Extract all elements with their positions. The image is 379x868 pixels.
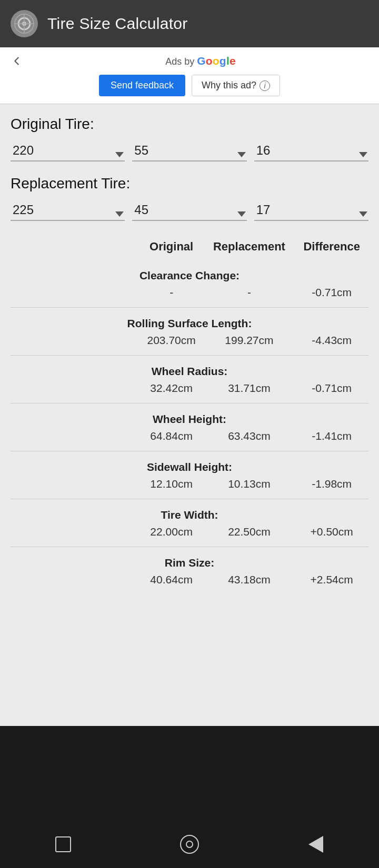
app-title: Tire Size Calculator: [47, 15, 188, 33]
metric-name: Sidewall Height:: [11, 451, 368, 476]
metric-original-value: 64.84cm: [139, 428, 204, 451]
table-row: Wheel Height:: [11, 403, 368, 428]
home-icon: [180, 835, 199, 854]
table-row: Rim Size:: [11, 547, 368, 572]
metric-label-empty: [11, 332, 139, 356]
metric-replacement-value: 63.43cm: [203, 428, 295, 451]
metric-label-empty: [11, 428, 139, 451]
col-header-difference: Difference: [295, 235, 368, 260]
metric-name: Wheel Height:: [11, 403, 368, 428]
why-this-ad-button[interactable]: Why this ad? i: [192, 75, 280, 96]
original-rim-select[interactable]: 16 17 18: [254, 140, 368, 162]
info-icon: i: [260, 80, 270, 91]
table-row: 203.70cm 199.27cm -4.43cm: [11, 332, 368, 356]
col-header-replacement: Replacement: [203, 235, 295, 260]
metric-original-value: 203.70cm: [139, 332, 204, 356]
metric-name: Clearance Change:: [11, 260, 368, 284]
home-icon-inner: [186, 841, 193, 848]
bottom-spacer: [0, 726, 379, 821]
replacement-aspect-wrapper[interactable]: 45 50 55: [132, 199, 246, 221]
original-width-wrapper[interactable]: 220 215 225: [11, 140, 125, 162]
metric-original-value: 12.10cm: [139, 476, 204, 499]
col-header-original: Original: [139, 235, 204, 260]
metric-name: Tire Width:: [11, 499, 368, 524]
table-row: 22.00cm 22.50cm +0.50cm: [11, 523, 368, 547]
metric-original-value: 40.64cm: [139, 571, 204, 594]
table-row: Clearance Change:: [11, 260, 368, 284]
original-width-select[interactable]: 220 215 225: [11, 140, 125, 162]
ad-banner: Ads by Google Send feedback Why this ad?…: [0, 47, 379, 104]
replacement-width-wrapper[interactable]: 225 215 220: [11, 199, 125, 221]
original-rim-wrapper[interactable]: 16 17 18: [254, 140, 368, 162]
metric-original-value: -: [139, 284, 204, 308]
metric-label-empty: [11, 284, 139, 308]
metric-replacement-value: 10.13cm: [203, 476, 295, 499]
original-aspect-select[interactable]: 55 45 50: [132, 140, 246, 162]
original-tire-section: Original Tire: 220 215 225 55 45 50: [11, 116, 368, 162]
table-row: Wheel Radius:: [11, 356, 368, 380]
nav-home-button[interactable]: [176, 831, 203, 858]
metric-replacement-value: 199.27cm: [203, 332, 295, 356]
results-table: Original Replacement Difference Clearanc…: [11, 235, 368, 594]
replacement-rim-wrapper[interactable]: 17 16 18: [254, 199, 368, 221]
metric-label-empty: [11, 380, 139, 403]
app-icon: [11, 10, 38, 37]
recent-icon: [55, 836, 71, 852]
metric-difference-value: -4.43cm: [295, 332, 368, 356]
metric-name: Wheel Radius:: [11, 356, 368, 380]
metric-label-empty: [11, 523, 139, 547]
metric-name: Rolling Surface Length:: [11, 308, 368, 332]
table-row: 32.42cm 31.71cm -0.71cm: [11, 380, 368, 403]
replacement-aspect-select[interactable]: 45 50 55: [132, 199, 246, 221]
metric-original-value: 32.42cm: [139, 380, 204, 403]
table-row: 12.10cm 10.13cm -1.98cm: [11, 476, 368, 499]
table-header-row: Original Replacement Difference: [11, 235, 368, 260]
table-row: 64.84cm 63.43cm -1.41cm: [11, 428, 368, 451]
back-icon: [308, 836, 323, 853]
send-feedback-button[interactable]: Send feedback: [99, 75, 185, 96]
replacement-tire-row: 225 215 220 45 50 55 17 16 18: [11, 199, 368, 221]
metric-replacement-value: 31.71cm: [203, 380, 295, 403]
original-tire-row: 220 215 225 55 45 50 16 17 18: [11, 140, 368, 162]
main-content: Original Tire: 220 215 225 55 45 50: [0, 104, 379, 726]
metric-replacement-value: 43.18cm: [203, 571, 295, 594]
metric-replacement-value: -: [203, 284, 295, 308]
metric-label-empty: [11, 571, 139, 594]
metric-label-empty: [11, 476, 139, 499]
metric-difference-value: -0.71cm: [295, 284, 368, 308]
original-tire-label: Original Tire:: [11, 116, 368, 133]
metric-difference-value: +0.50cm: [295, 523, 368, 547]
replacement-tire-label: Replacement Tire:: [11, 175, 368, 192]
table-row: Rolling Surface Length:: [11, 308, 368, 332]
nav-recent-button[interactable]: [49, 831, 77, 858]
nav-bar: [0, 821, 379, 868]
metric-difference-value: -0.71cm: [295, 380, 368, 403]
original-aspect-wrapper[interactable]: 55 45 50: [132, 140, 246, 162]
metric-difference-value: +2.54cm: [295, 571, 368, 594]
col-header-empty: [11, 235, 139, 260]
table-row: Sidewall Height:: [11, 451, 368, 476]
metric-name: Rim Size:: [11, 547, 368, 572]
replacement-rim-select[interactable]: 17 16 18: [254, 199, 368, 221]
metric-original-value: 22.00cm: [139, 523, 204, 547]
ads-by-google: Ads by Google: [31, 55, 371, 67]
replacement-tire-section: Replacement Tire: 225 215 220 45 50 55: [11, 175, 368, 221]
metric-replacement-value: 22.50cm: [203, 523, 295, 547]
metric-difference-value: -1.98cm: [295, 476, 368, 499]
nav-back-button[interactable]: [302, 831, 330, 858]
ad-back-button[interactable]: [8, 53, 25, 69]
app-bar: Tire Size Calculator: [0, 0, 379, 47]
table-row: 40.64cm 43.18cm +2.54cm: [11, 571, 368, 594]
metric-difference-value: -1.41cm: [295, 428, 368, 451]
replacement-width-select[interactable]: 225 215 220: [11, 199, 125, 221]
table-row: Tire Width:: [11, 499, 368, 524]
table-row: - - -0.71cm: [11, 284, 368, 308]
